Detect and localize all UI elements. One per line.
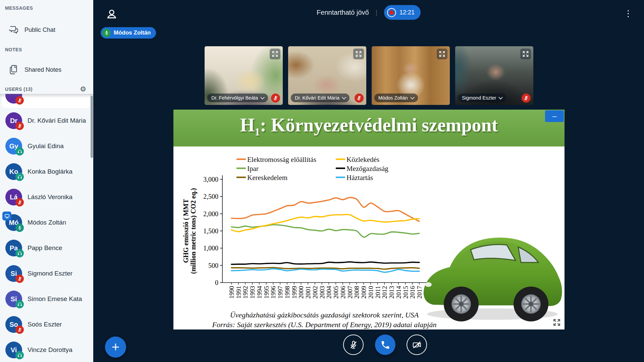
svg-text:2016: 2016 <box>409 286 416 299</box>
headset-badge-icon <box>15 249 24 257</box>
fullscreen-webcam-button[interactable] <box>520 49 531 59</box>
user-name: Vincze Dorottya <box>28 346 72 354</box>
user-avatar: Ko <box>5 163 22 180</box>
leave-audio-button[interactable] <box>375 335 395 355</box>
chevron-down-icon <box>410 95 415 100</box>
presenter-badge-icon <box>2 212 11 221</box>
phone-icon <box>380 340 390 350</box>
headset-badge-icon <box>15 173 24 181</box>
green-car-image <box>420 203 565 329</box>
chat-bubbles-icon <box>8 24 19 35</box>
user-name: Dr. Kővári Edit Mária <box>28 117 86 124</box>
muted-mic-badge-icon <box>15 275 24 283</box>
fullscreen-webcam-button[interactable] <box>353 49 364 59</box>
users-settings-gear-icon[interactable]: ⚙ <box>80 85 86 93</box>
sidebar-item-shared-notes[interactable]: Shared Notes <box>0 61 93 78</box>
user-list-item[interactable]: SoSoós Eszter <box>0 312 93 337</box>
svg-text:1,000: 1,000 <box>203 244 218 252</box>
expand-arrows-icon <box>438 50 446 58</box>
slide-title: H1: Környezetvédelmi szempont <box>173 114 565 138</box>
user-list-item[interactable]: GyGyulai Edina <box>0 133 93 159</box>
mute-toggle-button[interactable] <box>343 335 364 355</box>
muted-mic-badge-icon <box>271 94 280 103</box>
webcam-tile-modos[interactable]: Módos Zoltán <box>372 46 450 105</box>
notes-heading: NOTES <box>5 47 22 52</box>
sidebar: MESSAGES Public Chat NOTES Shared Notes … <box>0 0 94 362</box>
expand-arrows-icon <box>522 50 529 58</box>
svg-text:2006: 2006 <box>339 286 346 299</box>
public-chat-label: Public Chat <box>24 26 55 34</box>
actions-plus-button[interactable]: + <box>105 337 126 358</box>
user-avatar: So <box>5 316 22 333</box>
svg-text:1990: 1990 <box>228 286 235 299</box>
muted-mic-badge-icon <box>355 94 364 103</box>
user-avatar: Mó <box>5 214 22 231</box>
svg-text:GHG emisszió ( MMT(million met: GHG emisszió ( MMT(million metric tons) … <box>182 188 197 274</box>
svg-text:0: 0 <box>215 279 218 286</box>
fullscreen-webcam-button[interactable] <box>437 49 447 59</box>
recording-indicator[interactable]: 12:21 <box>384 5 421 20</box>
svg-text:Ipar: Ipar <box>247 165 259 173</box>
svg-text:Elektromosság előállítás: Elektromosság előállítás <box>247 156 316 164</box>
title-divider: | <box>376 9 377 16</box>
user-list-item[interactable]: MóMódos Zoltán <box>0 210 93 235</box>
svg-text:3,000: 3,000 <box>203 176 218 183</box>
user-list-item[interactable]: ViVincze Dorottya <box>0 337 93 362</box>
sidebar-scrollbar[interactable] <box>91 96 93 158</box>
fullscreen-webcam-button[interactable] <box>270 49 280 59</box>
svg-text:1999: 1999 <box>291 286 298 299</box>
ghg-emissions-chart: 05001,0001,5002,0002,5003,00019901991199… <box>178 153 436 313</box>
user-list-item[interactable]: DrDr. Kővári Edit Mária <box>0 108 93 133</box>
svg-text:2001: 2001 <box>305 286 312 299</box>
recording-time: 12:21 <box>399 9 415 16</box>
user-list-item[interactable]: SiSimon Emese Kata <box>0 286 93 312</box>
expand-arrows-icon <box>271 50 279 58</box>
headset-badge-icon <box>15 351 24 359</box>
svg-text:1996: 1996 <box>270 286 277 299</box>
user-list-item-partial[interactable] <box>2 94 90 108</box>
user-name: Gyulai Edina <box>28 142 64 150</box>
user-name: Sigmond Eszter <box>28 270 72 277</box>
speaker-mic-icon <box>102 29 111 37</box>
svg-text:2003: 2003 <box>319 286 326 299</box>
webcam-tile-fehervolgyi[interactable]: Dr. Fehérvölgyi Beáta <box>205 46 283 105</box>
webcam-toggle-button[interactable] <box>407 335 427 355</box>
user-list-item[interactable]: LáLászló Veronika <box>0 184 93 210</box>
webcam-name-pill[interactable]: Dr. Kővári Edit Mária <box>291 94 350 102</box>
shared-notes-label: Shared Notes <box>24 66 61 73</box>
presentation-surface[interactable]: H1: Környezetvédelmi szempont – 05001,00… <box>173 110 565 329</box>
user-name: Konka Boglárka <box>28 168 72 175</box>
webcam-tile-sigmond[interactable]: Sigmond Eszter <box>455 46 533 105</box>
minimize-presentation-button[interactable]: – <box>545 110 564 122</box>
current-speaker-pill[interactable]: Módos Zoltán <box>101 27 156 39</box>
svg-text:Kereskedelem: Kereskedelem <box>247 174 287 182</box>
user-avatar: Dr <box>5 112 22 129</box>
svg-text:500: 500 <box>208 262 218 269</box>
slide-title-banner: H1: Környezetvédelmi szempont <box>173 110 565 146</box>
user-list-item[interactable]: KoKonka Boglárka <box>0 159 93 184</box>
main-stage: Módos Zoltán Fenntartható jövő | 12:21 ⋮ <box>93 0 644 362</box>
svg-text:2013: 2013 <box>388 286 395 299</box>
webcam-name-pill[interactable]: Módos Zoltán <box>374 94 418 102</box>
user-list-item[interactable]: SiSigmond Eszter <box>0 261 93 286</box>
messages-heading: MESSAGES <box>5 5 33 11</box>
svg-text:2,000: 2,000 <box>203 210 218 218</box>
user-name: László Veronika <box>28 193 72 201</box>
muted-mic-badge-icon <box>15 198 24 206</box>
svg-text:2010: 2010 <box>367 286 374 299</box>
svg-text:1997: 1997 <box>277 286 284 299</box>
user-avatar: Si <box>5 265 22 282</box>
fullscreen-presentation-button[interactable] <box>552 318 561 327</box>
webcam-name-pill[interactable]: Dr. Fehérvölgyi Beáta <box>207 94 268 102</box>
sidebar-item-public-chat[interactable]: Public Chat <box>0 21 93 39</box>
webcam-tile-kovari[interactable]: Dr. Kővári Edit Mária <box>288 46 366 105</box>
webcam-name-pill[interactable]: Sigmond Eszter <box>458 94 506 102</box>
svg-text:2012: 2012 <box>381 286 388 299</box>
mic-on-badge-icon <box>15 224 24 232</box>
svg-text:2011: 2011 <box>374 286 381 298</box>
svg-text:Háztartás: Háztartás <box>346 174 373 182</box>
user-name: Simon Emese Kata <box>28 295 82 303</box>
svg-text:2,500: 2,500 <box>203 193 218 200</box>
user-list-item[interactable]: PaPapp Bence <box>0 235 93 261</box>
options-kebab-menu[interactable]: ⋮ <box>623 7 633 19</box>
